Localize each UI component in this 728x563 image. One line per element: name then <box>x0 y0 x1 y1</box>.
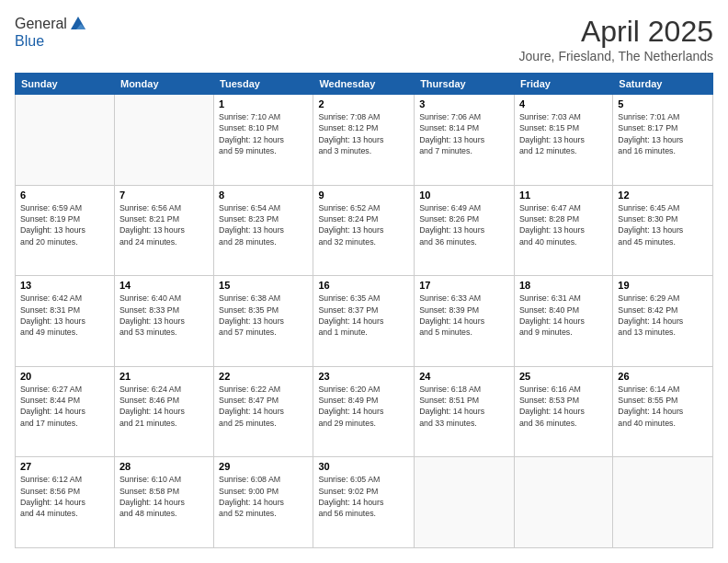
calendar-cell: 8Sunrise: 6:54 AM Sunset: 8:23 PM Daylig… <box>214 185 313 276</box>
header-thursday: Thursday <box>415 74 515 95</box>
calendar-cell: 15Sunrise: 6:38 AM Sunset: 8:35 PM Dayli… <box>214 276 313 367</box>
day-info: Sunrise: 6:10 AM Sunset: 8:58 PM Dayligh… <box>119 474 209 519</box>
day-info: Sunrise: 6:42 AM Sunset: 8:31 PM Dayligh… <box>20 293 109 338</box>
day-number: 28 <box>119 461 209 472</box>
calendar-cell: 3Sunrise: 7:06 AM Sunset: 8:14 PM Daylig… <box>415 95 515 186</box>
day-info: Sunrise: 7:06 AM Sunset: 8:14 PM Dayligh… <box>419 111 509 156</box>
day-info: Sunrise: 6:14 AM Sunset: 8:55 PM Dayligh… <box>618 384 708 429</box>
day-info: Sunrise: 6:22 AM Sunset: 8:47 PM Dayligh… <box>219 384 308 429</box>
header-monday: Monday <box>114 74 213 95</box>
logo-blue-text: Blue <box>15 33 87 50</box>
day-info: Sunrise: 6:52 AM Sunset: 8:24 PM Dayligh… <box>318 202 409 247</box>
day-number: 21 <box>119 371 209 382</box>
day-number: 22 <box>219 371 308 382</box>
day-number: 20 <box>20 371 109 382</box>
day-number: 17 <box>419 280 509 291</box>
day-number: 25 <box>519 371 608 382</box>
day-info: Sunrise: 6:54 AM Sunset: 8:23 PM Dayligh… <box>219 202 308 247</box>
day-info: Sunrise: 6:40 AM Sunset: 8:33 PM Dayligh… <box>119 293 209 338</box>
calendar-cell: 4Sunrise: 7:03 AM Sunset: 8:15 PM Daylig… <box>514 95 612 186</box>
calendar-cell <box>415 457 515 548</box>
day-info: Sunrise: 6:31 AM Sunset: 8:40 PM Dayligh… <box>519 293 608 338</box>
calendar-cell: 12Sunrise: 6:45 AM Sunset: 8:30 PM Dayli… <box>613 185 713 276</box>
calendar-cell: 7Sunrise: 6:56 AM Sunset: 8:21 PM Daylig… <box>114 185 213 276</box>
calendar-cell <box>16 95 115 186</box>
day-number: 5 <box>618 98 708 109</box>
calendar-cell: 10Sunrise: 6:49 AM Sunset: 8:26 PM Dayli… <box>415 185 515 276</box>
calendar-cell: 30Sunrise: 6:05 AM Sunset: 9:02 PM Dayli… <box>313 457 415 548</box>
calendar-cell: 14Sunrise: 6:40 AM Sunset: 8:33 PM Dayli… <box>114 276 213 367</box>
day-info: Sunrise: 6:18 AM Sunset: 8:51 PM Dayligh… <box>419 384 509 429</box>
calendar-cell: 17Sunrise: 6:33 AM Sunset: 8:39 PM Dayli… <box>415 276 515 367</box>
page: General Blue April 2025 Joure, Friesland… <box>0 0 728 563</box>
calendar-week-row: 6Sunrise: 6:59 AM Sunset: 8:19 PM Daylig… <box>16 185 713 276</box>
day-number: 13 <box>20 280 109 291</box>
day-number: 14 <box>119 280 209 291</box>
day-number: 9 <box>318 190 409 201</box>
calendar-cell: 22Sunrise: 6:22 AM Sunset: 8:47 PM Dayli… <box>214 366 313 457</box>
calendar-cell: 27Sunrise: 6:12 AM Sunset: 8:56 PM Dayli… <box>16 457 115 548</box>
calendar-cell: 11Sunrise: 6:47 AM Sunset: 8:28 PM Dayli… <box>514 185 612 276</box>
day-info: Sunrise: 6:08 AM Sunset: 9:00 PM Dayligh… <box>219 474 308 519</box>
calendar-cell: 9Sunrise: 6:52 AM Sunset: 8:24 PM Daylig… <box>313 185 415 276</box>
day-info: Sunrise: 6:27 AM Sunset: 8:44 PM Dayligh… <box>20 384 109 429</box>
day-info: Sunrise: 6:24 AM Sunset: 8:46 PM Dayligh… <box>119 384 209 429</box>
day-number: 4 <box>519 98 608 109</box>
day-number: 24 <box>419 371 509 382</box>
title-block: April 2025 Joure, Friesland, The Netherl… <box>519 15 713 63</box>
calendar-cell: 21Sunrise: 6:24 AM Sunset: 8:46 PM Dayli… <box>114 366 213 457</box>
day-info: Sunrise: 6:12 AM Sunset: 8:56 PM Dayligh… <box>20 474 109 519</box>
logo-general-text: General <box>15 16 67 32</box>
calendar-cell: 24Sunrise: 6:18 AM Sunset: 8:51 PM Dayli… <box>415 366 515 457</box>
calendar: Sunday Monday Tuesday Wednesday Thursday… <box>15 73 713 548</box>
calendar-cell: 28Sunrise: 6:10 AM Sunset: 8:58 PM Dayli… <box>114 457 213 548</box>
calendar-header-row: Sunday Monday Tuesday Wednesday Thursday… <box>16 74 713 95</box>
calendar-cell: 13Sunrise: 6:42 AM Sunset: 8:31 PM Dayli… <box>16 276 115 367</box>
logo-icon <box>69 15 87 33</box>
day-info: Sunrise: 6:49 AM Sunset: 8:26 PM Dayligh… <box>419 202 509 247</box>
calendar-cell: 29Sunrise: 6:08 AM Sunset: 9:00 PM Dayli… <box>214 457 313 548</box>
header-sunday: Sunday <box>16 74 115 95</box>
day-number: 23 <box>318 371 409 382</box>
day-number: 27 <box>20 461 109 472</box>
day-number: 3 <box>419 98 509 109</box>
calendar-week-row: 27Sunrise: 6:12 AM Sunset: 8:56 PM Dayli… <box>16 457 713 548</box>
day-info: Sunrise: 6:35 AM Sunset: 8:37 PM Dayligh… <box>318 293 409 338</box>
day-number: 29 <box>219 461 308 472</box>
day-number: 30 <box>318 461 409 472</box>
day-number: 1 <box>219 98 308 109</box>
calendar-cell: 26Sunrise: 6:14 AM Sunset: 8:55 PM Dayli… <box>613 366 713 457</box>
calendar-cell <box>514 457 612 548</box>
day-info: Sunrise: 6:29 AM Sunset: 8:42 PM Dayligh… <box>618 293 708 338</box>
day-number: 7 <box>119 190 209 201</box>
day-number: 2 <box>318 98 409 109</box>
calendar-cell <box>613 457 713 548</box>
calendar-cell: 1Sunrise: 7:10 AM Sunset: 8:10 PM Daylig… <box>214 95 313 186</box>
month-year: April 2025 <box>519 15 713 49</box>
day-info: Sunrise: 6:45 AM Sunset: 8:30 PM Dayligh… <box>618 202 708 247</box>
day-info: Sunrise: 6:38 AM Sunset: 8:35 PM Dayligh… <box>219 293 308 338</box>
day-number: 26 <box>618 371 708 382</box>
calendar-cell: 5Sunrise: 7:01 AM Sunset: 8:17 PM Daylig… <box>613 95 713 186</box>
day-info: Sunrise: 7:10 AM Sunset: 8:10 PM Dayligh… <box>219 111 308 156</box>
location: Joure, Friesland, The Netherlands <box>519 49 713 63</box>
header-friday: Friday <box>514 74 612 95</box>
day-info: Sunrise: 6:05 AM Sunset: 9:02 PM Dayligh… <box>318 474 409 519</box>
header-tuesday: Tuesday <box>214 74 313 95</box>
calendar-cell: 16Sunrise: 6:35 AM Sunset: 8:37 PM Dayli… <box>313 276 415 367</box>
header-saturday: Saturday <box>613 74 713 95</box>
day-info: Sunrise: 7:08 AM Sunset: 8:12 PM Dayligh… <box>318 111 409 156</box>
day-info: Sunrise: 6:59 AM Sunset: 8:19 PM Dayligh… <box>20 202 109 247</box>
day-info: Sunrise: 7:03 AM Sunset: 8:15 PM Dayligh… <box>519 111 608 156</box>
calendar-cell: 19Sunrise: 6:29 AM Sunset: 8:42 PM Dayli… <box>613 276 713 367</box>
calendar-week-row: 20Sunrise: 6:27 AM Sunset: 8:44 PM Dayli… <box>16 366 713 457</box>
day-number: 11 <box>519 190 608 201</box>
day-info: Sunrise: 6:20 AM Sunset: 8:49 PM Dayligh… <box>318 384 409 429</box>
calendar-cell: 20Sunrise: 6:27 AM Sunset: 8:44 PM Dayli… <box>16 366 115 457</box>
day-info: Sunrise: 6:16 AM Sunset: 8:53 PM Dayligh… <box>519 384 608 429</box>
logo: General Blue <box>15 15 87 50</box>
calendar-cell: 25Sunrise: 6:16 AM Sunset: 8:53 PM Dayli… <box>514 366 612 457</box>
calendar-week-row: 1Sunrise: 7:10 AM Sunset: 8:10 PM Daylig… <box>16 95 713 186</box>
day-number: 6 <box>20 190 109 201</box>
day-number: 16 <box>318 280 409 291</box>
